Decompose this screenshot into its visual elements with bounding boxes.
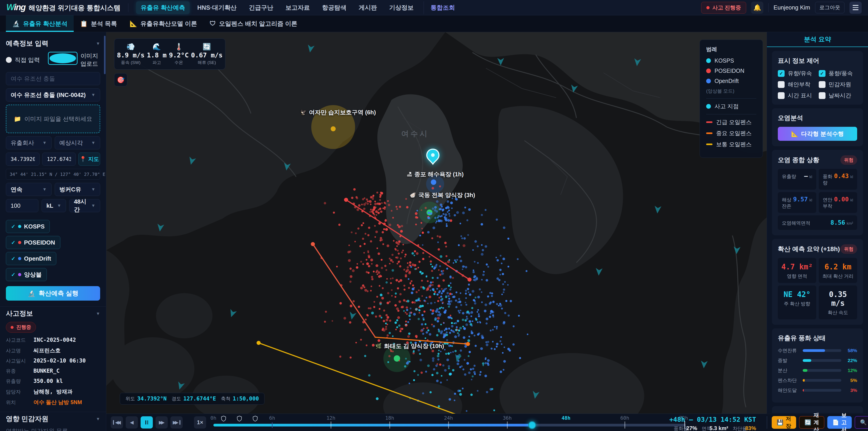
nav-item[interactable]: 긴급구난 bbox=[244, 1, 278, 14]
legend-model-item: OpenDrift bbox=[706, 78, 756, 84]
poi-label[interactable]: 🏖 종포 해수욕장 (1h) bbox=[407, 171, 464, 178]
check-icon: ✓ bbox=[11, 223, 16, 229]
skip-start-button[interactable]: ◀◀ bbox=[111, 416, 123, 429]
playback-speed-button[interactable]: 1× bbox=[194, 416, 206, 429]
step-back-button[interactable]: ◀ bbox=[126, 416, 138, 429]
action-button[interactable]: 📄 보고서 bbox=[827, 416, 852, 429]
map-legend: 범례 KOSPS POSEIDON OpenDrift (앙상블 모드) 사고 … bbox=[700, 39, 763, 158]
latitude-input[interactable] bbox=[6, 153, 39, 166]
expected-time-select[interactable]: 예상시각▼ bbox=[55, 136, 100, 149]
display-checkbox[interactable]: ✓ 풍향/풍속 bbox=[819, 70, 857, 77]
map-base-svg bbox=[106, 32, 767, 413]
nav-item[interactable]: 항공탐색 bbox=[318, 1, 351, 14]
notification-bell-button[interactable]: 🔔 bbox=[751, 2, 763, 14]
incident-search-input[interactable] bbox=[6, 72, 100, 85]
chevron-down-icon: ▼ bbox=[91, 92, 95, 97]
pause-button[interactable] bbox=[141, 416, 153, 429]
spill-type-select[interactable]: 연속▼ bbox=[6, 183, 52, 196]
fence-event-shield-icon[interactable] bbox=[253, 415, 258, 423]
sensitive-section-header[interactable]: 영향 민감자원 ▼ bbox=[6, 414, 100, 424]
model-name: POSEIDON bbox=[24, 239, 55, 246]
fence-event-shield-icon[interactable] bbox=[237, 415, 242, 423]
predict-section-header[interactable]: 예측정보 입력 ▼ bbox=[6, 39, 100, 48]
timeline-tick bbox=[625, 422, 625, 429]
nav-item[interactable]: 게시판 bbox=[354, 1, 381, 14]
panel-title: 분석 요약 bbox=[767, 32, 868, 47]
timeline-track[interactable] bbox=[213, 424, 686, 427]
amount-input[interactable] bbox=[6, 199, 38, 212]
status-cell: 오염해역면적 8.56km² bbox=[778, 215, 857, 230]
timeline-handle[interactable] bbox=[528, 421, 536, 429]
weathering-card: 유출유 풍화 상태 수면잔류 58% 증발 22% 분산 12% 펜스차단 bbox=[772, 329, 863, 402]
model-chip[interactable]: ✓ KOSPS bbox=[6, 220, 50, 233]
duration-select[interactable]: 48시간▼ bbox=[69, 199, 100, 212]
poi-label[interactable]: 🌿 화태도 김 양식장 (10h) bbox=[375, 342, 444, 350]
company-select[interactable]: 유출회사▼ bbox=[6, 136, 52, 149]
bar-fill bbox=[803, 389, 804, 392]
tab[interactable]: 📐 유출유확산모델 이론 bbox=[123, 16, 203, 32]
tab-label: 오일펜스 배치 알고리즘 이론 bbox=[219, 20, 298, 28]
hamburger-menu-button[interactable] bbox=[849, 2, 862, 14]
status-value: 0.00 bbox=[834, 196, 849, 203]
nav-item[interactable]: 기상정보 bbox=[385, 1, 418, 14]
action-button[interactable]: 🔄 재계산 bbox=[799, 416, 825, 429]
poi-label[interactable]: 🦅 여자만 습지보호구역 (6h) bbox=[300, 109, 376, 116]
poi-label[interactable]: 🦪 국동 전복 양식장 (3h) bbox=[410, 191, 475, 199]
danger-badge: 위험 bbox=[840, 155, 857, 165]
display-checkbox[interactable]: 날짜시간 bbox=[819, 92, 857, 99]
weather-cell: 🌊 1.8 m 파고 bbox=[147, 43, 166, 65]
tab[interactable]: 📋 분석 목록 bbox=[74, 16, 123, 32]
radio-direct-input[interactable]: 직접 입력 bbox=[6, 56, 40, 64]
tab[interactable]: 🔬 유출유 확산분석 bbox=[6, 16, 74, 32]
image-upload-dropzone[interactable]: 📁 이미지 파일을 선택하세요 bbox=[6, 105, 100, 133]
unit-select[interactable]: kL▼ bbox=[41, 199, 66, 212]
model-chip[interactable]: ✓ POSEIDON bbox=[6, 236, 60, 249]
model-chip[interactable]: ✓ 앙상블 bbox=[6, 268, 47, 281]
nav-item[interactable]: 통합조회 bbox=[424, 1, 460, 14]
incident-status-badge[interactable]: 사고 진행중 bbox=[701, 2, 746, 13]
nav-item[interactable]: 유출유 확산예측 bbox=[136, 1, 190, 14]
tab-icon: 🔬 bbox=[12, 20, 20, 27]
fence-event-shield-icon[interactable] bbox=[221, 415, 226, 423]
incident-section-header[interactable]: 사고정보 ▼ bbox=[6, 309, 100, 318]
nav-item[interactable]: 보고자료 bbox=[281, 1, 314, 14]
sidebar-scrollbar[interactable] bbox=[104, 36, 105, 74]
display-checkbox[interactable]: 해안부착 bbox=[778, 81, 816, 88]
map-canvas[interactable]: 여수시 🦅 여자만 습지보호구역 (6h) 🏖 종포 해수욕장 (1h) 🦪 국… bbox=[106, 32, 767, 413]
pick-on-map-button[interactable]: 📍지도 bbox=[79, 153, 100, 166]
display-checkbox[interactable]: 민감자원 bbox=[819, 81, 857, 88]
incident-detail-row: 유출량 350.00 kl bbox=[6, 378, 100, 385]
forecast-cell: 0.35 m/s 확산 속도 bbox=[819, 285, 857, 319]
timeline-label: 12h bbox=[327, 415, 336, 421]
recenter-target-button[interactable]: 🎯 bbox=[114, 73, 127, 86]
fast-forward-button[interactable]: ▶▶ bbox=[156, 416, 168, 429]
legend-fence-item: 보통 오일펜스 bbox=[706, 141, 756, 148]
action-icon: 🔍 bbox=[860, 419, 867, 426]
logout-button[interactable]: 로그아웃 bbox=[815, 2, 844, 13]
pollution-status-card: 오염 종합 상황 위험 유출량 –kl 풍화량 0.43kl 해상잔존 9.57… bbox=[772, 150, 863, 235]
timeline-label: 24h bbox=[444, 415, 453, 421]
timeline-track-area: 0h6h12h18h24h36h48h60h72h bbox=[213, 414, 688, 431]
map-coordinate-bar: 위도 34.7392°N 경도 127.6744°E 축척 1:50,000 bbox=[120, 393, 265, 405]
bar-track bbox=[803, 369, 841, 372]
action-button[interactable]: 🔍 역추적 bbox=[855, 416, 868, 429]
tab-label: 유출유 확산분석 bbox=[23, 20, 68, 28]
action-button[interactable]: 💾 저장 bbox=[772, 416, 796, 429]
oil-type-select[interactable]: 벙커C유▼ bbox=[55, 183, 100, 196]
polygon-analysis-button[interactable]: 📐 다각형 분석수행 bbox=[778, 127, 857, 141]
longitude-input[interactable] bbox=[42, 153, 76, 166]
display-checkbox[interactable]: ✓ 유향/유속 bbox=[778, 70, 816, 77]
radio-image-upload[interactable]: 이미지 업로드 bbox=[48, 52, 98, 68]
legend-fence-item: 중요 오일펜스 bbox=[706, 129, 756, 137]
incident-select[interactable]: 여수 유조선 충돌 (INC-0042)▼ bbox=[6, 88, 100, 101]
skip-end-button[interactable]: ▶▶ bbox=[170, 416, 183, 429]
display-checkbox[interactable]: 시간 표시 bbox=[778, 92, 816, 99]
tab[interactable]: 🛡 오일펜스 배치 알고리즘 이론 bbox=[204, 16, 304, 32]
run-prediction-button[interactable]: 🔬 확산예측 실행 bbox=[6, 286, 100, 301]
logo-mark: Wing bbox=[6, 2, 26, 12]
legend-incident-item: 사고 지점 bbox=[706, 102, 756, 110]
user-name: Eunjeong Kim bbox=[774, 4, 810, 11]
model-chip[interactable]: ✓ OpenDrift bbox=[6, 252, 56, 265]
nav-item[interactable]: HNS·대기확산 bbox=[193, 1, 241, 14]
model-name: OpenDrift bbox=[24, 255, 51, 262]
